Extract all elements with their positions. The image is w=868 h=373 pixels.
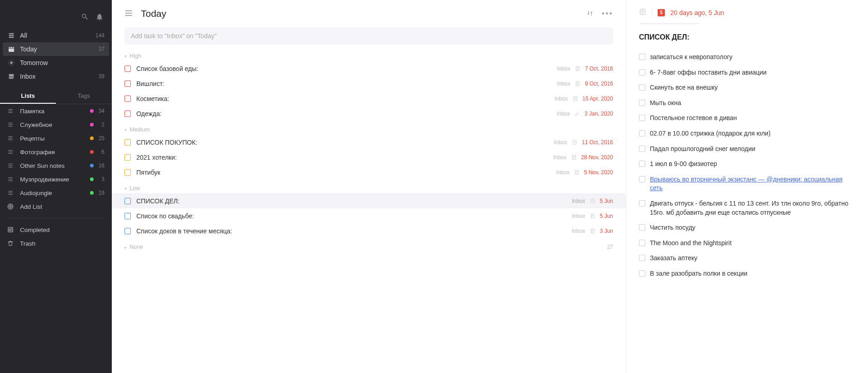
task-row[interactable]: Список по свадьбе: Inbox 5 Jun [112,208,626,223]
nav-trash[interactable]: Trash [0,237,112,250]
list-icon [7,190,15,196]
item-checkbox[interactable] [639,176,645,182]
item-checkbox[interactable] [639,200,645,207]
checklist-item[interactable]: Мыть окна [639,96,855,111]
nav-today[interactable]: Today 37 [3,42,109,56]
list-color-dot [90,150,94,154]
list-color-dot [90,123,94,126]
nav-count: 37 [99,46,105,52]
doc-icon [575,81,580,86]
task-title: 2021 хотелки: [136,154,177,161]
task-folder: Inbox [556,169,569,176]
list-label: Other Sun notes [20,162,65,169]
list-item[interactable]: Фотография 6 [0,145,112,159]
task-row[interactable]: Список доков в течение месяца: Inbox 3 J… [112,223,626,238]
task-title: Косметика: [136,95,169,102]
checklist-item[interactable]: The Moon and the Nightspirit [639,236,855,251]
checklist-item[interactable]: Врываюсь во вторничный экзистанс — @днев… [639,172,855,196]
list-item[interactable]: Музпродвижение 3 [0,172,112,186]
trash-icon [7,240,15,247]
item-checkbox[interactable] [639,255,645,261]
item-checkbox[interactable] [639,146,645,152]
list-count: 25 [97,135,105,141]
task-meta: Inbox 11 Oct, 2016 [554,139,613,146]
item-checkbox[interactable] [639,84,645,91]
search-icon[interactable] [81,13,89,22]
tab-lists[interactable]: Lists [0,89,56,104]
section-head-none[interactable]: ▸ None 27 [112,238,626,252]
list-icon [7,162,15,169]
task-folder: Inbox [554,96,568,102]
list-item[interactable]: Other Sun notes 16 [0,159,112,172]
more-icon[interactable]: ••• [602,9,613,19]
task-row[interactable]: Вишлист: Inbox 9 Oct, 2016 [112,76,626,91]
nav-inbox[interactable]: Inbox 39 [0,70,112,83]
task-row[interactable]: СПИСОК ПОКУПОК: Inbox 11 Oct, 2016 [112,135,626,150]
item-checkbox[interactable] [639,161,645,167]
item-text[interactable]: Врываюсь во вторничный экзистанс — @днев… [650,175,855,193]
detail-date[interactable]: 20 days ago, 5 Jun [670,9,724,16]
sidebar-tabs: Lists Tags [0,89,112,104]
task-checkbox[interactable] [125,213,131,219]
checklist-item[interactable]: 02.07 в 10.00 стрижка (подарок для юли) [639,126,855,141]
item-checkbox[interactable] [639,240,645,246]
checklist-item[interactable]: Двигать отпуск - бельгия с 11 по 13 сент… [639,196,855,220]
item-checkbox[interactable] [639,270,645,277]
task-checkbox[interactable] [125,139,131,146]
checklist-item[interactable]: Постельное гостевое в диван [639,111,855,126]
nav-completed[interactable]: Completed [0,223,112,237]
nav-all[interactable]: All 144 [0,29,112,42]
doc-icon[interactable] [639,8,646,17]
task-row[interactable]: Косметика: Inbox 15 Apr, 2020 [112,91,626,106]
checklist-item[interactable]: Чистить посуду [639,220,855,236]
task-checkbox[interactable] [125,198,131,204]
sort-icon[interactable] [586,10,594,18]
item-checkbox[interactable] [639,69,645,76]
checklist-item[interactable]: 6- 7-8авг оффы поставить дни авиации [639,65,855,81]
item-checkbox[interactable] [639,130,645,136]
task-checkbox[interactable] [125,81,131,87]
checklist-item[interactable]: В зале разобрать полки в секции [639,266,855,282]
task-row[interactable]: СПИСОК ДЕЛ: Inbox 5 Jun [112,193,626,208]
add-list-button[interactable]: Add List [0,200,112,213]
item-checkbox[interactable] [639,115,645,121]
list-count: 34 [97,108,105,114]
task-row[interactable]: Пятибук Inbox 5 Nov, 2020 [112,165,626,180]
task-row[interactable]: 2021 хотелки: Inbox 28 Nov, 2020 [112,150,626,165]
add-task-input[interactable]: Add task to "Inbox" on "Today" [125,27,613,45]
doc-icon [571,155,577,160]
item-checkbox[interactable] [639,54,645,60]
task-date: 15 Apr, 2020 [583,96,613,102]
checklist-item[interactable]: Скинуть все на внешку [639,80,855,96]
list-label: Audiojungle [20,190,52,197]
item-text: Постельное гостевое в диван [650,114,737,123]
task-checkbox[interactable] [125,154,131,161]
checklist-item[interactable]: 1 июл в 9-00 физиотер [639,156,855,172]
item-checkbox[interactable] [639,224,645,231]
task-checkbox[interactable] [125,169,131,176]
section-head-high[interactable]: ▾ High [112,47,626,61]
list-item[interactable]: Служебное 2 [0,118,112,131]
nav-tomorrow[interactable]: Tomorrow [0,56,112,70]
item-checkbox[interactable] [639,100,645,106]
task-date: 5 Nov, 2020 [584,169,613,176]
menu-icon[interactable] [125,10,133,18]
nav-count: 39 [99,73,105,80]
section-head-medium[interactable]: ▾ Medium [112,121,626,135]
list-item[interactable]: Audiojungle 19 [0,186,112,200]
section-head-low[interactable]: ▾ Low [112,180,626,193]
calendar-badge[interactable]: 5 [658,9,665,16]
task-checkbox[interactable] [125,228,131,234]
checklist-item[interactable]: записаться к невропатологу [639,50,855,65]
task-row[interactable]: Одежда: Inbox 3 Jan, 2020 [112,106,626,121]
task-checkbox[interactable] [125,66,131,72]
checklist-item[interactable]: Падал прошлогодний снег мелодии [639,141,855,157]
task-row[interactable]: Список базовой еды: Inbox 7 Oct, 2016 [112,61,626,76]
bell-icon[interactable] [95,13,104,22]
list-item[interactable]: Памятка 34 [0,104,112,118]
list-item[interactable]: Рецепты 25 [0,131,112,145]
task-checkbox[interactable] [125,111,131,117]
checklist-item[interactable]: Заказать аптеку [639,251,855,266]
task-checkbox[interactable] [125,96,131,102]
tab-tags[interactable]: Tags [56,89,112,104]
